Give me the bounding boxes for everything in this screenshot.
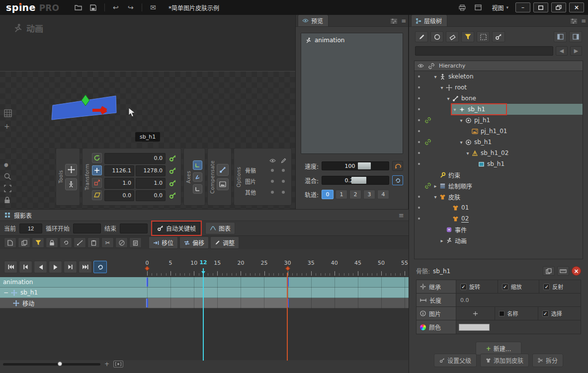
dopesheet-row-sb_h1[interactable]: −sb_h1 (0, 288, 409, 298)
play-backward-button[interactable] (34, 261, 47, 273)
tree-row-02[interactable]: 02 (415, 213, 583, 224)
link-icon[interactable] (423, 117, 432, 123)
add-to-skin-button[interactable]: 添加到皮肤 (480, 354, 529, 367)
adjust-button[interactable]: 调整 (210, 236, 239, 249)
menu-icon[interactable]: ≡ (401, 17, 406, 24)
viewport[interactable]: 动画 sb_h1 + ● Tools (0, 15, 296, 209)
shear-y-value[interactable]: 0.0 (136, 190, 166, 201)
rotate-value[interactable]: 0.0 (104, 153, 166, 164)
visibility-dot[interactable] (415, 86, 423, 88)
end-input[interactable] (120, 224, 148, 233)
expand-arrow[interactable]: ▸ (432, 183, 438, 189)
link-icon[interactable] (423, 139, 432, 145)
open-folder-icon[interactable] (72, 2, 85, 13)
dopesheet-row-移动[interactable]: 移动 (0, 298, 409, 308)
visibility-dot[interactable] (415, 196, 423, 198)
color-swatch[interactable] (459, 324, 490, 331)
expand-arrow[interactable]: ▾ (452, 107, 458, 112)
new-view-right-icon[interactable] (569, 31, 582, 42)
clipboard-icon[interactable] (129, 237, 142, 248)
animation-list-item[interactable]: animation (301, 33, 403, 47)
tree-row-skeleton[interactable]: ▾skeleton (415, 71, 583, 82)
mix-slider-handle[interactable] (351, 177, 366, 184)
draw-tool-icon[interactable] (415, 31, 428, 42)
copy-values-icon[interactable] (543, 266, 555, 276)
visibility-dot[interactable] (415, 119, 423, 121)
new-button[interactable]: +新建... (476, 342, 522, 355)
animation-list[interactable]: animation (301, 33, 403, 154)
slope-icon[interactable] (74, 237, 86, 248)
window-layout-icon[interactable] (472, 2, 485, 13)
auto-key-button[interactable]: 自动关键帧 (153, 222, 200, 234)
reset-speed-button[interactable] (392, 161, 403, 171)
ruler-icon[interactable] (557, 266, 569, 276)
paste-icon[interactable] (87, 237, 100, 248)
tree-row-动画[interactable]: ▸动画 (415, 235, 583, 246)
fit-view-icon[interactable] (4, 185, 11, 192)
axes-world-icon[interactable] (193, 184, 202, 194)
cycle-icon[interactable] (60, 237, 72, 248)
link-icon[interactable] (423, 183, 432, 189)
select-cell[interactable]: ✓选择 (538, 307, 581, 320)
checkbox[interactable]: ✓ (502, 284, 508, 290)
set-parent-button[interactable]: 设置父级 (434, 354, 477, 367)
options-row-bones[interactable]: 骨骼 (243, 165, 289, 176)
expand-arrow[interactable]: ▾ (458, 140, 464, 145)
filter-sliders-icon[interactable] (571, 18, 577, 24)
loop-mix-button[interactable] (392, 175, 403, 185)
visibility-dot[interactable] (415, 141, 423, 143)
new-sheet-icon[interactable] (4, 237, 16, 248)
expand-arrow[interactable]: ▾ (432, 74, 438, 79)
minimize-button[interactable]: – (515, 2, 530, 12)
export-mail-icon[interactable]: ✉ (147, 2, 160, 13)
current-frame-line[interactable] (203, 268, 204, 361)
visibility-dot[interactable] (415, 108, 423, 110)
eye-icon[interactable] (418, 64, 424, 68)
tree-row-约束[interactable]: 约束 (415, 169, 583, 180)
translate-icon[interactable] (92, 165, 102, 175)
current-frame-input[interactable] (19, 224, 42, 233)
save-icon[interactable] (87, 2, 100, 13)
view-menu[interactable]: 视图 ▾ (492, 3, 508, 12)
tree-row-pj_h1_01[interactable]: pj_h1_01 (415, 126, 583, 137)
tree-row-pj_h1[interactable]: ▾pj_h1 (415, 115, 583, 126)
expand-arrow[interactable]: ▾ (439, 85, 445, 90)
filter-sliders-icon[interactable] (391, 18, 397, 24)
tree-row-sb_h1_02[interactable]: ▾sb_h1_02 (415, 148, 583, 158)
search-input[interactable] (415, 46, 553, 56)
checkbox[interactable]: ✓ (460, 284, 467, 290)
visibility-dot[interactable] (415, 207, 423, 209)
visibility-dot[interactable] (415, 163, 423, 165)
loop-start-input[interactable] (73, 224, 101, 233)
pose-tool-button[interactable] (65, 178, 77, 190)
zoom-knob[interactable] (58, 362, 62, 366)
delete-bone-button[interactable]: × (572, 266, 581, 276)
search-next-icon[interactable]: ▶ (570, 46, 582, 56)
shear-x-value[interactable]: 0.0 (104, 190, 134, 201)
lock-icon[interactable] (4, 197, 10, 204)
visibility-dot[interactable] (415, 218, 423, 220)
visibility-dot[interactable] (415, 130, 423, 132)
lock-icon[interactable] (46, 237, 58, 248)
ruler-keyframe-diamond[interactable] (145, 266, 150, 271)
timeline-ruler[interactable]: 051015202530354045505512 (147, 258, 409, 277)
speed-slider[interactable]: 100 (322, 161, 389, 170)
visibility-dot[interactable] (415, 152, 423, 154)
zoom-icon[interactable] (4, 173, 11, 180)
zoom-in-icon[interactable]: + (104, 361, 109, 368)
play-button[interactable] (49, 261, 62, 273)
track-button-1[interactable]: 1 (336, 190, 347, 199)
zoom-slider[interactable] (3, 363, 100, 366)
restore-button[interactable] (551, 2, 566, 12)
scale-x-value[interactable]: 1.0 (104, 178, 134, 189)
key-scale-icon[interactable] (167, 178, 178, 189)
tree-row-事件[interactable]: 事件 (415, 224, 583, 235)
selected-image-attachment[interactable] (50, 79, 124, 124)
filter-icon[interactable] (461, 31, 474, 42)
delete-keys-icon[interactable] (115, 237, 128, 248)
shear-icon[interactable] (92, 190, 102, 200)
dopesheet-empty-area[interactable] (0, 308, 409, 360)
axes-parent-icon[interactable] (193, 172, 202, 182)
tree-row-sb_h1[interactable]: ▾sb_h1 (415, 137, 583, 148)
pivot-cell[interactable] (456, 307, 495, 320)
